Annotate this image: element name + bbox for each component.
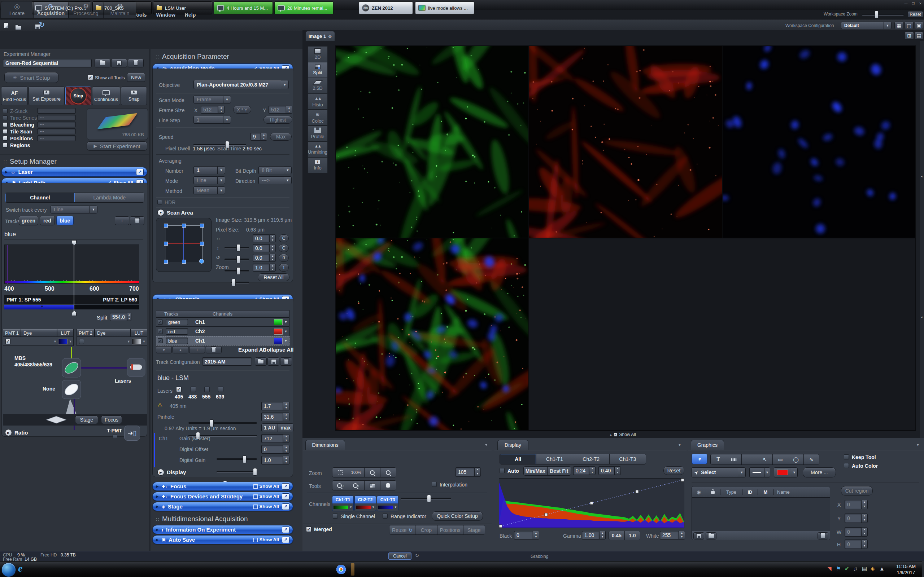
show-all-tools-checkbox[interactable]: ✓ bbox=[88, 75, 93, 80]
tab-graphics[interactable]: Graphics bbox=[691, 440, 724, 450]
laser-555-checkbox[interactable] bbox=[204, 387, 210, 392]
zoom-axis-tool[interactable]: ↕ bbox=[348, 481, 364, 490]
gamma-10-button[interactable]: 1.0 bbox=[625, 531, 640, 540]
tab-channel[interactable]: Channel bbox=[5, 193, 75, 202]
tray-icon-5[interactable]: ▤ bbox=[862, 566, 867, 572]
cancel-button[interactable]: Cancel bbox=[388, 553, 412, 560]
open-file-icon[interactable] bbox=[15, 26, 21, 30]
w-field-spinner[interactable]: 0▲▼ bbox=[845, 527, 868, 537]
zoom-one-button[interactable]: 1 bbox=[279, 264, 289, 272]
tray-icon-7[interactable]: ▲ bbox=[879, 566, 885, 572]
offset-x-spinner[interactable]: 0.0▲▼ bbox=[253, 234, 276, 242]
crop-button[interactable]: Crop bbox=[415, 525, 437, 534]
channel-ch1t1-button[interactable]: Ch1-T1 ▼ bbox=[332, 495, 354, 511]
panel-collapse-icon[interactable]: ▼ bbox=[916, 443, 920, 447]
merged-checkbox[interactable]: ✓ bbox=[306, 527, 312, 532]
view-tab-histo[interactable]: ▲▲Histo bbox=[307, 94, 328, 110]
zoom-out-button[interactable] bbox=[365, 468, 380, 477]
column-splitter[interactable] bbox=[149, 49, 150, 551]
curve-tool[interactable]: ∿ bbox=[804, 455, 819, 464]
view-tab-split[interactable]: Split bbox=[307, 62, 328, 78]
workspace-layout-button[interactable]: ▦ bbox=[894, 22, 903, 29]
gain-master-spinner[interactable]: 712▲▼ bbox=[261, 434, 289, 443]
offset-y-slider[interactable] bbox=[225, 259, 249, 260]
h-field-spinner[interactable]: 0▲▼ bbox=[845, 540, 868, 549]
line-tool[interactable]: — bbox=[742, 455, 757, 464]
speed-spinner[interactable]: 9▲▼ bbox=[250, 133, 267, 141]
lock-icon[interactable] bbox=[706, 489, 720, 495]
switch-track-dropdown[interactable]: Line▼ bbox=[50, 206, 97, 213]
workspace-zoom-slider[interactable] bbox=[862, 14, 904, 16]
tray-icon-6[interactable]: ◈ bbox=[871, 566, 875, 572]
handle-sw[interactable] bbox=[164, 259, 168, 264]
view-tab-2d[interactable]: 2D bbox=[307, 46, 328, 62]
gamma-spinner[interactable]: 1.00▲▼ bbox=[582, 531, 606, 540]
chevron-down-icon[interactable]: ▼ bbox=[283, 339, 289, 343]
pan-tool[interactable] bbox=[380, 481, 396, 490]
single-channel-checkbox[interactable] bbox=[333, 514, 338, 519]
bottom-panel-show-all[interactable]: ▴ ✓ Show All bbox=[610, 432, 636, 437]
tray-icon-1[interactable]: ◥ bbox=[827, 566, 832, 572]
track-enabled-checkbox[interactable]: ✓ bbox=[158, 338, 163, 343]
zoom-region-tool[interactable]: □ bbox=[333, 481, 348, 490]
view-tab-info[interactable]: iInfo bbox=[307, 157, 328, 173]
stage-button[interactable]: Stage bbox=[75, 416, 98, 424]
digital-gain-spinner[interactable]: 1.0▲▼ bbox=[261, 456, 289, 464]
draw-color-dropdown[interactable]: ▼ bbox=[774, 467, 798, 477]
track-blue-button[interactable]: blue bbox=[56, 216, 74, 226]
handle-w[interactable] bbox=[164, 242, 168, 246]
white-spinner[interactable]: 255▲▼ bbox=[660, 531, 685, 540]
rotation-spinner[interactable]: 0.0▲▼ bbox=[253, 254, 276, 262]
undock-icon[interactable]: ↗ bbox=[282, 527, 289, 533]
interpolation-checkbox[interactable] bbox=[432, 482, 437, 487]
split-slider-line[interactable] bbox=[74, 243, 74, 313]
handle-s[interactable] bbox=[182, 259, 186, 264]
number-dropdown[interactable]: 1▼ bbox=[194, 166, 225, 174]
track-enabled-checkbox[interactable]: ✓ bbox=[158, 319, 163, 324]
channel-ch2t2-button[interactable]: Ch2-T2 ▼ bbox=[354, 495, 376, 511]
tray-icon-4[interactable]: ♫ bbox=[853, 566, 857, 572]
taskbar-zen-2012[interactable]: ZENZEN 2012 bbox=[359, 2, 413, 15]
focus-button[interactable]: Focus bbox=[101, 416, 122, 424]
track-config-input[interactable]: 2015-AM bbox=[202, 357, 252, 366]
display-tab-ch1t1[interactable]: Ch1-T1 bbox=[536, 454, 573, 464]
delete-annotation-button[interactable] bbox=[817, 532, 828, 540]
positions-button[interactable]: Positions bbox=[438, 525, 464, 534]
digital-offset-spinner[interactable]: 0▲▼ bbox=[261, 445, 289, 454]
panel-collapse-icon[interactable]: ▼ bbox=[485, 443, 488, 447]
taskbar-copy-28minutes[interactable]: 28 Minutes remai... bbox=[274, 2, 333, 15]
auto-color-checkbox[interactable] bbox=[844, 463, 849, 468]
view-tab-profile[interactable]: ▙▟Profile bbox=[307, 126, 328, 141]
stop-button[interactable]: Stop bbox=[65, 87, 91, 105]
taskbar-system-properties[interactable]: SYSTEM (C:) Prop... bbox=[32, 2, 91, 15]
track-red-button[interactable]: red bbox=[40, 216, 55, 226]
gamma-045-button[interactable]: 0.45 bbox=[609, 531, 625, 540]
workspace-config-dropdown[interactable]: Default▼ bbox=[841, 22, 892, 29]
laser-639-checkbox[interactable] bbox=[218, 387, 223, 392]
regions-checkbox[interactable] bbox=[3, 143, 8, 148]
undock-icon[interactable]: ↗ bbox=[282, 493, 289, 500]
handle-rotate[interactable] bbox=[199, 259, 204, 264]
display-reset-button[interactable]: Reset bbox=[663, 466, 684, 475]
pmt2-enabled-checkbox[interactable] bbox=[79, 339, 84, 344]
handle-ne[interactable] bbox=[200, 224, 204, 227]
ratio-expander-icon[interactable]: ▶ bbox=[5, 429, 12, 436]
focus-panel-header[interactable]: ▶✚₊Focus Show All↗ bbox=[152, 482, 293, 491]
close-button[interactable]: ✕ bbox=[918, 2, 923, 6]
track-config-save-button[interactable] bbox=[267, 357, 279, 366]
ruler-tool[interactable] bbox=[726, 455, 742, 464]
select-tool-button[interactable]: ➤ bbox=[691, 454, 708, 464]
image-document-tab[interactable]: Image 1⊗ bbox=[305, 31, 335, 41]
close-tab-icon[interactable]: ⊗ bbox=[328, 34, 332, 39]
scan-zoom-spinner[interactable]: 1.0▲▼ bbox=[253, 264, 276, 272]
scan-zoom-slider[interactable] bbox=[231, 282, 249, 284]
save-annotations-button[interactable] bbox=[693, 532, 704, 540]
channel-ch1t3-button[interactable]: Ch1-T3 ▼ bbox=[377, 495, 399, 511]
xy-button[interactable]: X * Y bbox=[233, 106, 251, 114]
ellipse-tool[interactable]: ◯ bbox=[788, 455, 804, 464]
undock-icon[interactable]: ↗ bbox=[136, 169, 144, 175]
undock-icon[interactable]: ↗ bbox=[282, 483, 289, 490]
experiment-delete-button[interactable] bbox=[128, 59, 144, 68]
pmt2-dye-dropdown[interactable]: ▼ bbox=[84, 340, 132, 343]
rectangle-tool[interactable]: ▭ bbox=[773, 455, 788, 464]
